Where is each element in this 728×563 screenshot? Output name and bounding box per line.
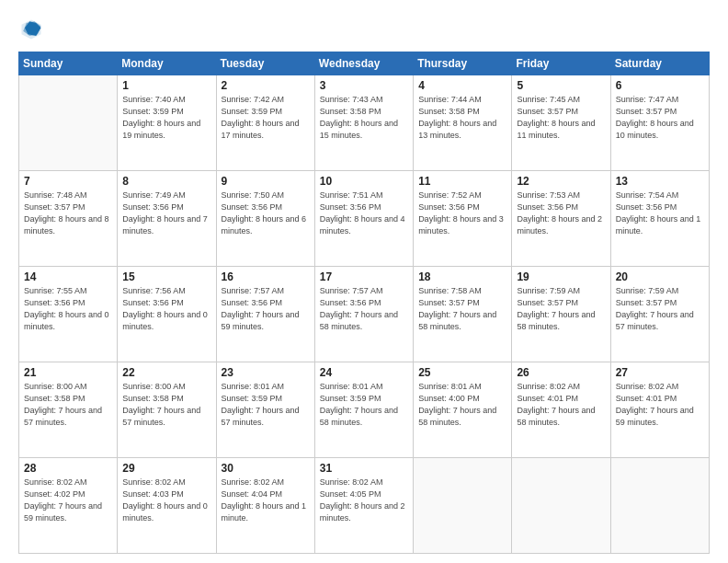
calendar-cell: 22Sunrise: 8:00 AMSunset: 3:58 PMDayligh… bbox=[118, 362, 216, 458]
calendar-weekday-friday: Friday bbox=[512, 52, 610, 75]
day-info: Sunrise: 8:02 AMSunset: 4:01 PMDaylight:… bbox=[616, 381, 704, 429]
day-number: 13 bbox=[616, 175, 704, 188]
calendar-cell: 8Sunrise: 7:49 AMSunset: 3:56 PMDaylight… bbox=[118, 171, 216, 267]
calendar-week-row: 21Sunrise: 8:00 AMSunset: 3:58 PMDayligh… bbox=[19, 362, 710, 458]
calendar-cell: 10Sunrise: 7:51 AMSunset: 3:56 PMDayligh… bbox=[314, 171, 413, 267]
day-info: Sunrise: 7:57 AMSunset: 3:56 PMDaylight:… bbox=[222, 285, 310, 333]
day-number: 9 bbox=[222, 175, 310, 188]
calendar-week-row: 7Sunrise: 7:48 AMSunset: 3:57 PMDaylight… bbox=[19, 171, 710, 267]
calendar-week-row: 1Sunrise: 7:40 AMSunset: 3:59 PMDaylight… bbox=[19, 75, 710, 171]
day-number: 22 bbox=[122, 366, 210, 379]
day-number: 5 bbox=[517, 79, 605, 92]
day-info: Sunrise: 7:51 AMSunset: 3:56 PMDaylight:… bbox=[320, 190, 408, 237]
calendar-cell: 24Sunrise: 8:01 AMSunset: 3:59 PMDayligh… bbox=[314, 362, 413, 458]
day-info: Sunrise: 7:57 AMSunset: 3:56 PMDaylight:… bbox=[320, 285, 408, 333]
page: SundayMondayTuesdayWednesdayThursdayFrid… bbox=[0, 0, 728, 563]
calendar-cell: 2Sunrise: 7:42 AMSunset: 3:59 PMDaylight… bbox=[216, 75, 314, 171]
calendar-cell bbox=[610, 458, 709, 554]
day-number: 24 bbox=[320, 366, 408, 379]
calendar-cell: 3Sunrise: 7:43 AMSunset: 3:58 PMDaylight… bbox=[314, 75, 413, 171]
calendar-cell: 7Sunrise: 7:48 AMSunset: 3:57 PMDaylight… bbox=[19, 171, 118, 267]
logo-icon bbox=[18, 17, 44, 42]
day-number: 19 bbox=[517, 270, 605, 283]
day-number: 31 bbox=[320, 462, 408, 475]
day-number: 6 bbox=[616, 79, 704, 92]
day-number: 8 bbox=[122, 175, 210, 188]
day-info: Sunrise: 7:59 AMSunset: 3:57 PMDaylight:… bbox=[517, 285, 605, 333]
day-info: Sunrise: 7:44 AMSunset: 3:58 PMDaylight:… bbox=[418, 94, 506, 142]
calendar-cell bbox=[414, 458, 512, 554]
calendar-cell: 26Sunrise: 8:02 AMSunset: 4:01 PMDayligh… bbox=[512, 362, 610, 458]
calendar-week-row: 14Sunrise: 7:55 AMSunset: 3:56 PMDayligh… bbox=[19, 267, 710, 362]
day-number: 15 bbox=[122, 270, 210, 283]
calendar-cell: 14Sunrise: 7:55 AMSunset: 3:56 PMDayligh… bbox=[19, 267, 118, 362]
day-info: Sunrise: 7:56 AMSunset: 3:56 PMDaylight:… bbox=[122, 285, 210, 333]
day-info: Sunrise: 8:00 AMSunset: 3:58 PMDaylight:… bbox=[122, 381, 210, 429]
day-info: Sunrise: 8:02 AMSunset: 4:01 PMDaylight:… bbox=[517, 381, 605, 429]
calendar-table: SundayMondayTuesdayWednesdayThursdayFrid… bbox=[18, 52, 710, 554]
day-number: 29 bbox=[122, 462, 210, 475]
day-info: Sunrise: 7:53 AMSunset: 3:56 PMDaylight:… bbox=[517, 190, 605, 237]
calendar-cell: 21Sunrise: 8:00 AMSunset: 3:58 PMDayligh… bbox=[19, 362, 118, 458]
day-number: 25 bbox=[418, 366, 506, 379]
day-info: Sunrise: 7:52 AMSunset: 3:56 PMDaylight:… bbox=[418, 190, 506, 237]
day-info: Sunrise: 7:58 AMSunset: 3:57 PMDaylight:… bbox=[418, 285, 506, 333]
day-info: Sunrise: 7:59 AMSunset: 3:57 PMDaylight:… bbox=[616, 285, 704, 333]
calendar-cell: 9Sunrise: 7:50 AMSunset: 3:56 PMDaylight… bbox=[216, 171, 314, 267]
day-number: 12 bbox=[517, 175, 605, 188]
calendar-cell: 17Sunrise: 7:57 AMSunset: 3:56 PMDayligh… bbox=[314, 267, 413, 362]
calendar-weekday-tuesday: Tuesday bbox=[216, 52, 314, 75]
day-number: 28 bbox=[24, 462, 112, 475]
day-info: Sunrise: 7:55 AMSunset: 3:56 PMDaylight:… bbox=[24, 285, 112, 333]
day-info: Sunrise: 7:49 AMSunset: 3:56 PMDaylight:… bbox=[122, 190, 210, 237]
day-info: Sunrise: 7:43 AMSunset: 3:58 PMDaylight:… bbox=[320, 94, 408, 142]
day-info: Sunrise: 8:02 AMSunset: 4:05 PMDaylight:… bbox=[320, 477, 408, 524]
day-info: Sunrise: 7:50 AMSunset: 3:56 PMDaylight:… bbox=[222, 190, 310, 237]
day-number: 27 bbox=[616, 366, 704, 379]
calendar-cell: 1Sunrise: 7:40 AMSunset: 3:59 PMDaylight… bbox=[118, 75, 216, 171]
calendar-cell: 6Sunrise: 7:47 AMSunset: 3:57 PMDaylight… bbox=[610, 75, 709, 171]
calendar-weekday-wednesday: Wednesday bbox=[314, 52, 413, 75]
calendar-cell: 11Sunrise: 7:52 AMSunset: 3:56 PMDayligh… bbox=[414, 171, 512, 267]
calendar-cell bbox=[19, 75, 118, 171]
calendar-cell: 15Sunrise: 7:56 AMSunset: 3:56 PMDayligh… bbox=[118, 267, 216, 362]
day-number: 3 bbox=[320, 79, 408, 92]
day-number: 18 bbox=[418, 270, 506, 283]
day-number: 17 bbox=[320, 270, 408, 283]
day-info: Sunrise: 8:01 AMSunset: 3:59 PMDaylight:… bbox=[222, 381, 310, 429]
day-info: Sunrise: 8:00 AMSunset: 3:58 PMDaylight:… bbox=[24, 381, 112, 429]
calendar-cell: 12Sunrise: 7:53 AMSunset: 3:56 PMDayligh… bbox=[512, 171, 610, 267]
day-number: 14 bbox=[24, 270, 112, 283]
day-info: Sunrise: 8:02 AMSunset: 4:02 PMDaylight:… bbox=[24, 477, 112, 524]
day-info: Sunrise: 7:42 AMSunset: 3:59 PMDaylight:… bbox=[222, 94, 310, 142]
day-number: 30 bbox=[222, 462, 310, 475]
calendar-cell bbox=[512, 458, 610, 554]
day-number: 4 bbox=[418, 79, 506, 92]
day-number: 7 bbox=[24, 175, 112, 188]
calendar-weekday-saturday: Saturday bbox=[610, 52, 709, 75]
calendar-header-row: SundayMondayTuesdayWednesdayThursdayFrid… bbox=[19, 52, 710, 75]
calendar-cell: 29Sunrise: 8:02 AMSunset: 4:03 PMDayligh… bbox=[118, 458, 216, 554]
calendar-cell: 30Sunrise: 8:02 AMSunset: 4:04 PMDayligh… bbox=[216, 458, 314, 554]
calendar-weekday-sunday: Sunday bbox=[19, 52, 118, 75]
day-number: 26 bbox=[517, 366, 605, 379]
calendar-cell: 27Sunrise: 8:02 AMSunset: 4:01 PMDayligh… bbox=[610, 362, 709, 458]
day-info: Sunrise: 8:01 AMSunset: 4:00 PMDaylight:… bbox=[418, 381, 506, 429]
calendar-weekday-monday: Monday bbox=[118, 52, 216, 75]
calendar-cell: 20Sunrise: 7:59 AMSunset: 3:57 PMDayligh… bbox=[610, 267, 709, 362]
day-info: Sunrise: 7:40 AMSunset: 3:59 PMDaylight:… bbox=[122, 94, 210, 142]
day-info: Sunrise: 7:54 AMSunset: 3:56 PMDaylight:… bbox=[616, 190, 704, 237]
calendar-cell: 13Sunrise: 7:54 AMSunset: 3:56 PMDayligh… bbox=[610, 171, 709, 267]
day-info: Sunrise: 7:48 AMSunset: 3:57 PMDaylight:… bbox=[24, 190, 112, 237]
day-number: 20 bbox=[616, 270, 704, 283]
day-number: 2 bbox=[222, 79, 310, 92]
day-number: 16 bbox=[222, 270, 310, 283]
calendar-cell: 25Sunrise: 8:01 AMSunset: 4:00 PMDayligh… bbox=[414, 362, 512, 458]
calendar-weekday-thursday: Thursday bbox=[414, 52, 512, 75]
calendar-cell: 23Sunrise: 8:01 AMSunset: 3:59 PMDayligh… bbox=[216, 362, 314, 458]
day-info: Sunrise: 8:02 AMSunset: 4:04 PMDaylight:… bbox=[222, 477, 310, 524]
day-number: 10 bbox=[320, 175, 408, 188]
calendar-cell: 28Sunrise: 8:02 AMSunset: 4:02 PMDayligh… bbox=[19, 458, 118, 554]
logo bbox=[18, 17, 48, 42]
day-number: 21 bbox=[24, 366, 112, 379]
